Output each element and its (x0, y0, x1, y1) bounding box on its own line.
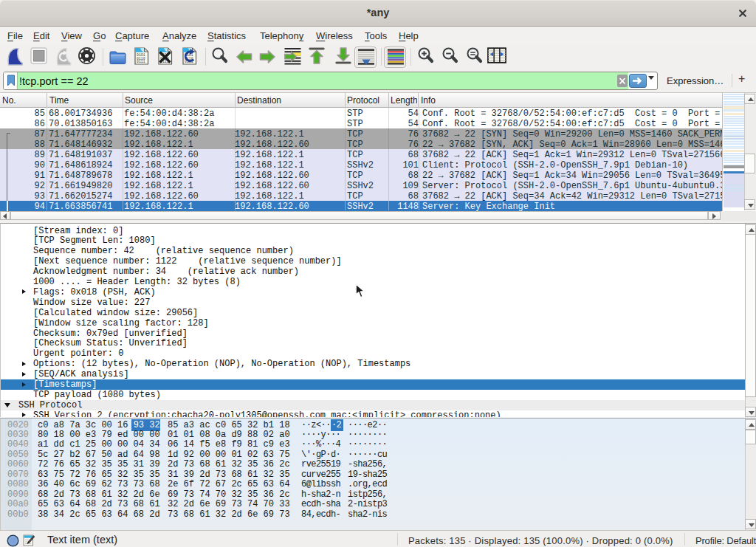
svg-text:0111: 0111 (137, 60, 145, 63)
